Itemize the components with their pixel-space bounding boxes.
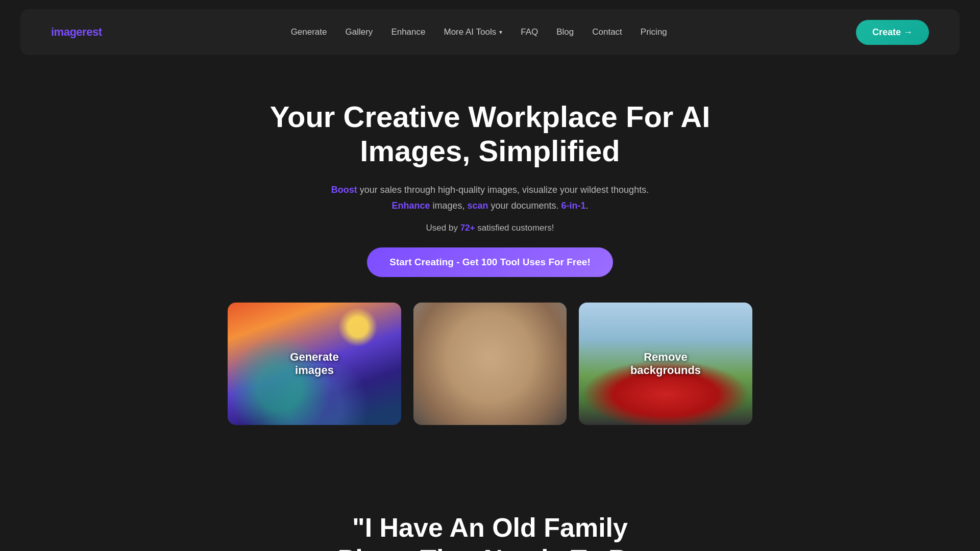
hero-enhance: Enhance: [391, 201, 430, 211]
testimonial-section: "I Have An Old Family Photo That Needs T…: [0, 481, 980, 551]
generate-label: Generate images: [271, 350, 358, 377]
card-face: [413, 303, 567, 425]
card-remove-bg: Remove backgrounds: [579, 303, 752, 425]
navbar: imagerest Generate Gallery Enhance More …: [20, 9, 960, 55]
logo-text-image: image: [51, 26, 82, 38]
hero-section: Your Creative Workplace For AI Images, S…: [0, 64, 980, 481]
card-generate: Generate images: [228, 303, 401, 425]
cta-button[interactable]: Start Creating - Get 100 Tool Uses For F…: [367, 247, 612, 277]
nav-item-more-ai-tools[interactable]: More AI Tools ▾: [444, 27, 503, 37]
nav-item-blog[interactable]: Blog: [556, 27, 574, 37]
hero-scan: scan: [467, 201, 488, 211]
logo-highlight: rest: [82, 26, 102, 38]
logo: imagerest: [51, 26, 102, 39]
image-cards-row: Generate images Remove backgrounds: [20, 303, 960, 425]
hero-text2: images,: [430, 201, 467, 211]
nav-item-faq[interactable]: FAQ: [521, 27, 538, 37]
nav-item-enhance[interactable]: Enhance: [391, 27, 425, 37]
hero-period: .: [586, 201, 589, 211]
nav-item-gallery[interactable]: Gallery: [346, 27, 373, 37]
chevron-down-icon: ▾: [499, 29, 502, 36]
hero-text1: your sales through high-quality images, …: [357, 185, 649, 195]
face-image: [413, 303, 567, 425]
remove-bg-label: Remove backgrounds: [622, 350, 709, 377]
nav-item-pricing[interactable]: Pricing: [641, 27, 667, 37]
testimonial-quote: "I Have An Old Family Photo That Needs T…: [311, 512, 669, 551]
hero-six-in-one: 6-in-1: [561, 201, 586, 211]
hero-text3: your documents.: [488, 201, 561, 211]
create-button[interactable]: Create →: [856, 20, 929, 45]
hero-boost: Boost: [331, 185, 357, 195]
hero-title: Your Creative Workplace For AI Images, S…: [260, 100, 720, 168]
nav-links: Generate Gallery Enhance More AI Tools ▾…: [291, 27, 667, 37]
nav-item-contact[interactable]: Contact: [592, 27, 622, 37]
hero-customers: Used by 72+ satisfied customers!: [20, 223, 960, 233]
hero-subtitle: Boost your sales through high-quality im…: [316, 182, 664, 213]
nav-item-generate[interactable]: Generate: [291, 27, 327, 37]
